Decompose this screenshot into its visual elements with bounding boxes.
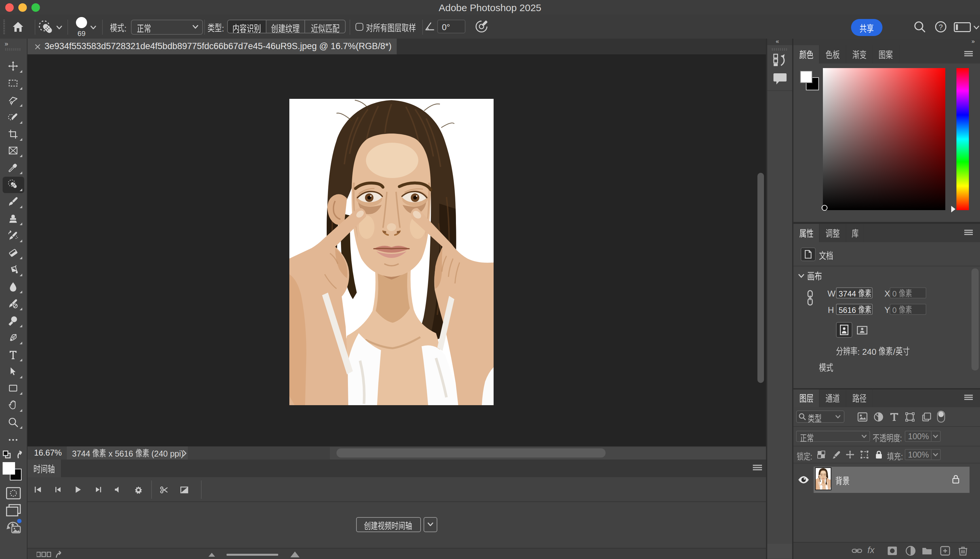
- svg-text:?: ?: [939, 23, 943, 31]
